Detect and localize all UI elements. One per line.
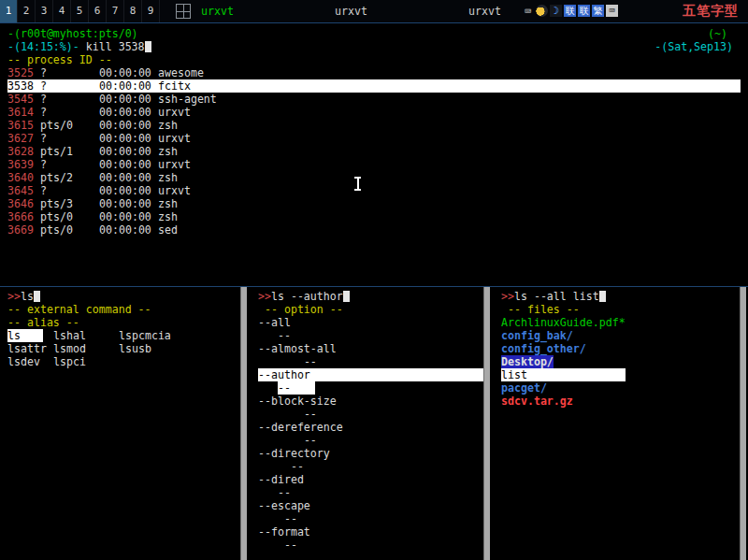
- tag-number: 1: [6, 5, 12, 18]
- option-text: --: [278, 329, 291, 342]
- prompt-arrows: >>: [501, 290, 514, 303]
- option-text: --directory: [258, 447, 330, 460]
- completion-group-header: -- files --: [501, 303, 746, 316]
- keyboard-layout-icon[interactable]: ⌨: [606, 5, 618, 17]
- ime-traditional-icon[interactable]: 繁: [592, 5, 604, 17]
- terminal-middle[interactable]: >>ls --author -- option -- --all -- --al…: [251, 287, 490, 560]
- prompt-line: >>ls --author: [258, 290, 490, 303]
- option-indent: [258, 486, 278, 499]
- option-text: --: [304, 408, 317, 421]
- process-cmd: urxvt: [158, 158, 191, 171]
- process-cmd: zsh: [158, 171, 178, 184]
- prompt-line-2: -(14:15:%)- kill 3538-(Sat,Sep13): [7, 40, 741, 53]
- process-time: 00:00:00: [99, 158, 158, 171]
- process-tty: ?: [40, 79, 99, 93]
- process-cmd: urxvt: [158, 132, 191, 145]
- layout-grid-icon[interactable]: [176, 4, 191, 19]
- workspace-tag[interactable]: 6: [89, 0, 107, 22]
- file-entry: pacget/: [501, 381, 746, 395]
- ime-name-label[interactable]: 五笔字型: [683, 4, 739, 17]
- process-row: 3627?00:00:00urxvt: [7, 132, 741, 145]
- completion-cell: lsmod: [53, 342, 119, 355]
- ime-badge-icon[interactable]: 联: [564, 5, 576, 17]
- taskbar-item[interactable]: urxvt: [333, 0, 467, 22]
- option-text: --all: [258, 316, 291, 329]
- workspace-tag[interactable]: 8: [124, 0, 142, 22]
- process-pid: 3646: [7, 197, 40, 210]
- process-row: 3645?00:00:00urxvt: [7, 184, 741, 197]
- process-row: 3646pts/300:00:00zsh: [7, 197, 741, 210]
- completion-option-row: --: [258, 355, 483, 368]
- file-name: pacget/: [501, 381, 547, 395]
- process-tty: pts/2: [40, 171, 99, 184]
- option-indent: [258, 538, 284, 552]
- file-entry: config_bak/: [501, 329, 746, 342]
- prompt-line: >>ls --all list: [501, 290, 746, 303]
- process-time: 00:00:00: [99, 197, 158, 210]
- mouse-cursor-ibeam: [353, 177, 362, 191]
- workspace-tag[interactable]: 4: [53, 0, 71, 22]
- tag-number: 9: [148, 5, 154, 18]
- scrollbar[interactable]: [483, 287, 490, 560]
- command-text: ls --all list: [514, 290, 599, 303]
- scrollbar[interactable]: [740, 287, 746, 560]
- process-cmd: zsh: [158, 197, 178, 210]
- process-cmd: urxvt: [158, 106, 191, 119]
- process-row: 3639?00:00:00urxvt: [7, 158, 741, 171]
- option-text: --: [291, 460, 304, 473]
- process-cmd: fcitx: [158, 79, 191, 93]
- completion-group-header: -- alias --: [7, 316, 247, 329]
- scrollbar[interactable]: [240, 287, 247, 560]
- process-cmd: zsh: [158, 119, 178, 132]
- completion-option-row: --format: [258, 525, 483, 538]
- option-indent: [258, 434, 304, 447]
- process-tty: ?: [40, 93, 99, 106]
- option-text: --: [284, 538, 297, 552]
- tag-number: 4: [59, 5, 65, 18]
- completion-row: lsattrlsmodlsusb: [7, 342, 247, 355]
- task-label: urxvt: [201, 5, 234, 18]
- completion-option-row: --: [258, 538, 483, 552]
- workspace-tag[interactable]: 9: [142, 0, 160, 22]
- prompt-line: >>ls: [7, 290, 247, 303]
- process-tty: ?: [40, 66, 99, 79]
- option-text: --almost-all: [258, 342, 337, 355]
- process-pid: 3669: [7, 223, 40, 237]
- completion-option-row: --dired: [258, 473, 483, 486]
- process-time: 00:00:00: [99, 184, 158, 197]
- completion-option-row: --block-size: [258, 395, 483, 408]
- terminal-right[interactable]: >>ls --all list -- files -- ArchlinuxGui…: [494, 287, 746, 560]
- terminal-block-cursor: [599, 291, 606, 302]
- tag-number: 6: [94, 5, 101, 18]
- ime-badge-icon[interactable]: 联: [578, 5, 590, 17]
- process-time: 00:00:00: [99, 223, 158, 237]
- completion-cell: lshal: [53, 329, 119, 342]
- completion-option-row: --author: [258, 368, 483, 381]
- fcitx-logo-icon[interactable]: [536, 5, 548, 17]
- completion-option-row: --: [258, 381, 483, 395]
- process-tty: pts/0: [40, 223, 99, 237]
- workspace-tag[interactable]: 3: [36, 0, 53, 22]
- option-text: --: [284, 512, 297, 525]
- process-time: 00:00:00: [99, 210, 158, 223]
- workspace-tag[interactable]: 1: [0, 0, 18, 22]
- workspace-tag[interactable]: 5: [71, 0, 89, 22]
- workspace-tag[interactable]: 2: [18, 0, 36, 22]
- process-pid: 3627: [7, 132, 40, 145]
- process-pid: 3614: [7, 106, 40, 119]
- prompt-line-1: -(r00t@myhost:pts/0)(~): [7, 27, 741, 40]
- file-entry: config_other/: [501, 342, 746, 355]
- completion-group-header: -- process ID --: [7, 53, 741, 66]
- completion-group-header: -- external command --: [7, 303, 247, 316]
- halfwidth-moon-icon[interactable]: ☽: [550, 5, 562, 17]
- completion-option-row: --all: [258, 316, 483, 329]
- workspace-tag[interactable]: 7: [107, 0, 124, 22]
- process-pid: 3538: [7, 79, 40, 93]
- terminal-main[interactable]: -(r00t@myhost:pts/0)(~) -(14:15:%)- kill…: [0, 22, 748, 287]
- taskbar-item[interactable]: urxvt: [199, 0, 333, 22]
- terminal-left[interactable]: >>ls -- external command -- -- alias -- …: [0, 287, 247, 560]
- keyboard-icon[interactable]: ⌨: [522, 5, 534, 17]
- process-time: 00:00:00: [99, 171, 158, 184]
- top-bar: 1 2 3 4 5 6 7 8 9 urxvt urxv: [0, 0, 748, 22]
- file-entry: sdcv.tar.gz: [501, 395, 746, 408]
